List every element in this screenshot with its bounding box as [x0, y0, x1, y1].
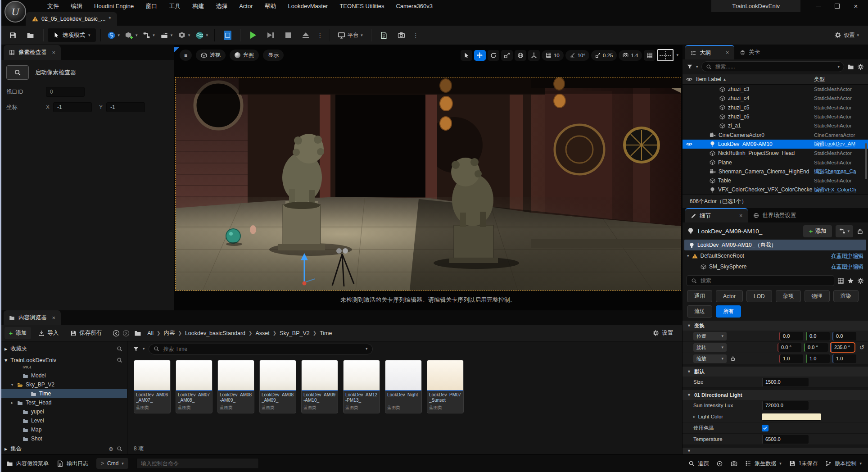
- tree-item-map[interactable]: Map: [0, 425, 127, 434]
- type-column[interactable]: 类型: [814, 76, 868, 83]
- environment-button[interactable]: ▾: [194, 28, 210, 42]
- start-pixel-inspector-button[interactable]: [6, 65, 29, 80]
- scale-snap-control[interactable]: 0.25: [591, 50, 617, 61]
- menu-window[interactable]: 窗口: [140, 0, 163, 12]
- coordinate-x-field[interactable]: -1: [53, 102, 92, 112]
- scale-tool-button[interactable]: [501, 50, 513, 61]
- section-default[interactable]: ▼默认: [683, 367, 868, 377]
- asset-tile[interactable]: LookDev_AM12-PM13_蓝图类: [343, 360, 380, 413]
- camera-speed-control[interactable]: 1.4: [619, 50, 642, 61]
- screenshot-camera-icon[interactable]: [731, 460, 737, 467]
- search-options-chevron-icon[interactable]: ▾: [366, 347, 368, 351]
- level-viewport[interactable]: ≡ 透视 光照 显示 10 10° 0.25: [174, 45, 682, 310]
- rotate-tool-button[interactable]: [488, 50, 499, 61]
- outliner-search[interactable]: ▾: [701, 61, 844, 72]
- outliner-scrollbar[interactable]: [865, 143, 867, 179]
- collections-header[interactable]: ▸集合 ⊕: [0, 443, 127, 454]
- search-icon[interactable]: [117, 346, 122, 352]
- chip-rendering[interactable]: 渲染: [833, 290, 859, 302]
- viewport-layout-selector[interactable]: [657, 49, 674, 61]
- asset-tile[interactable]: LookDev_PM07_Sunset蓝图类: [427, 360, 464, 413]
- rendered-scene[interactable]: [176, 77, 681, 290]
- maximize-viewport-button[interactable]: [644, 50, 656, 61]
- trace-button[interactable]: 追踪: [688, 460, 709, 467]
- details-settings-gear-icon[interactable]: [857, 277, 864, 284]
- tab-pixel-inspector[interactable]: 像素检查器 ×: [4, 45, 61, 60]
- play-button[interactable]: [245, 28, 261, 42]
- tree-item-mct[interactable]: Mct: [0, 366, 127, 371]
- chip-streaming[interactable]: 流送: [687, 305, 712, 318]
- table-row[interactable]: zhuzi_c3StaticMeshActor: [683, 85, 868, 94]
- output-log-button[interactable]: 输出日志: [57, 460, 88, 467]
- cb-import-button[interactable]: 导入: [34, 327, 63, 339]
- chip-physics[interactable]: 物理: [805, 290, 830, 302]
- browse-content-button[interactable]: [22, 28, 38, 42]
- frame-skip-button[interactable]: [262, 28, 279, 42]
- world-space-toggle[interactable]: [515, 50, 526, 61]
- search-icon[interactable]: [117, 357, 122, 363]
- content-drawer-button[interactable]: 内容侧滑菜单: [6, 460, 49, 467]
- console-command-input[interactable]: [136, 458, 259, 469]
- create-quickly-button[interactable]: ▾: [105, 28, 122, 42]
- tab-level-document[interactable]: 02_05_Lookdev_basic_... *: [26, 12, 117, 26]
- back-icon[interactable]: [113, 330, 120, 337]
- menu-actor[interactable]: Actor: [233, 0, 258, 12]
- menu-tools[interactable]: 工具: [163, 0, 186, 12]
- edit-in-blueprint-link[interactable]: 在蓝图中编辑: [831, 252, 863, 260]
- favorites-header[interactable]: ▸收藏夹: [0, 343, 127, 354]
- editor-mode-select[interactable]: 选项模式 ▾: [48, 28, 96, 42]
- rotation-snap-control[interactable]: 10°: [565, 50, 589, 61]
- save-button[interactable]: [5, 28, 21, 42]
- section-transform[interactable]: ▼变换: [683, 321, 868, 331]
- asset-tile[interactable]: LookDev_AM07_AM08_蓝图类: [176, 360, 212, 413]
- toolbar-kebab[interactable]: ⋮: [411, 32, 420, 39]
- tree-item-shot[interactable]: Shot: [0, 434, 127, 443]
- add-component-button[interactable]: +添加: [803, 225, 832, 237]
- edit-blueprint-link[interactable]: 编辑Shenman_Ca: [814, 168, 856, 174]
- asset-tile[interactable]: LookDev_AM08-AM09_蓝图类: [217, 360, 254, 413]
- search-options-chevron-icon[interactable]: ▾: [837, 65, 840, 69]
- target-icon[interactable]: [716, 460, 723, 467]
- display-filter-icon[interactable]: [837, 277, 844, 284]
- tree-item-test-head[interactable]: ▸Test_Head: [0, 398, 127, 407]
- outliner-search-input[interactable]: [714, 63, 835, 70]
- perspective-select[interactable]: 透视: [196, 50, 226, 61]
- component-row-self[interactable]: LookDev_AM09-AM10_（自我）: [684, 240, 866, 250]
- edit-in-blueprint-link[interactable]: 在蓝图中编辑: [831, 263, 863, 271]
- cb-add-button[interactable]: +添加: [5, 327, 31, 339]
- stop-button[interactable]: [280, 28, 296, 42]
- rotation-space-select[interactable]: 旋转▾: [693, 343, 727, 352]
- table-row[interactable]: zhuzi_c5StaticMeshActor: [683, 103, 868, 112]
- table-row[interactable]: Shenman_Camera_Cinema_HighEnd编辑Shenman_C…: [683, 167, 868, 176]
- item-label-column[interactable]: Item Label: [696, 76, 721, 82]
- filter-icon[interactable]: [133, 346, 139, 352]
- breadcrumb-all[interactable]: All: [146, 330, 155, 336]
- add-collection-icon[interactable]: ⊕: [108, 445, 113, 452]
- close-button[interactable]: ×: [846, 0, 865, 12]
- scale-space-select[interactable]: 缩放▾: [693, 354, 727, 363]
- menu-help[interactable]: 帮助: [259, 0, 282, 12]
- menu-select[interactable]: 选择: [210, 0, 233, 12]
- close-icon[interactable]: ×: [726, 50, 729, 56]
- table-row[interactable]: TableStaticMeshActor: [683, 176, 868, 185]
- menu-houdini-engine[interactable]: Houdini Engine: [88, 0, 140, 12]
- translate-tool-button[interactable]: [474, 50, 486, 61]
- details-search[interactable]: [687, 275, 834, 286]
- location-z-field[interactable]: 0.0: [832, 332, 856, 340]
- tree-item-model[interactable]: Model: [0, 371, 127, 380]
- tree-item-yupei[interactable]: yupei: [0, 407, 127, 416]
- fab-marketplace-button[interactable]: ▾: [176, 28, 192, 42]
- scale-y-field[interactable]: 1.0: [806, 354, 830, 363]
- close-icon[interactable]: ×: [52, 49, 56, 56]
- table-row[interactable]: zhuzi_c4StaticMeshActor: [683, 94, 868, 103]
- view-mode-select[interactable]: 光照: [230, 50, 259, 61]
- sequencer-panel-button[interactable]: [376, 28, 392, 42]
- unreal-logo-icon[interactable]: U: [5, 1, 26, 23]
- console-command-select[interactable]: >Cmd▾: [96, 458, 128, 469]
- eject-button[interactable]: [298, 28, 314, 42]
- edit-blueprint-link[interactable]: 编辑VFX_ColorCh: [814, 187, 856, 192]
- chip-all[interactable]: 所有: [716, 305, 741, 318]
- menu-camera360v3[interactable]: Camera360v3: [390, 0, 439, 12]
- component-row-skysphere[interactable]: SM_SkySphere 在蓝图中编辑: [683, 261, 868, 272]
- add-folder-icon[interactable]: [847, 64, 854, 70]
